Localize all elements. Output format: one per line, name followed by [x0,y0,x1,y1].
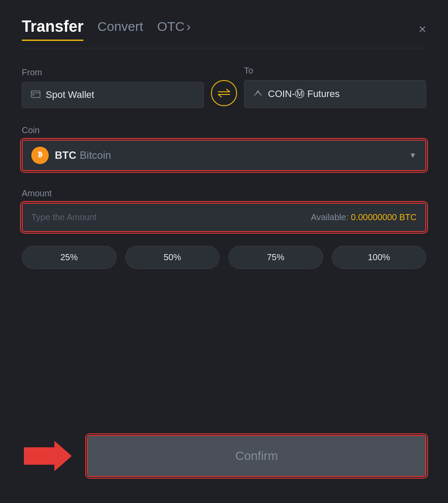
to-section: To COIN-Ⓜ Futures [244,66,426,108]
swap-button[interactable] [211,80,237,106]
futures-icon [253,89,263,100]
btc-icon [31,147,49,164]
header-tabs: Transfer Convert OTC › × [22,17,426,41]
from-label: From [22,67,204,77]
confirm-button[interactable]: Confirm [87,435,426,477]
amount-placeholder: Type the Amount [31,212,97,222]
pct-50-button[interactable]: 50% [125,246,220,269]
available-text: Available: 0.00000000 BTC [311,212,417,222]
coin-label: Coin [22,125,40,135]
header-divider [22,48,426,48]
amount-label: Amount [22,188,52,198]
svg-rect-2 [32,94,34,95]
to-label: To [244,66,426,76]
amount-section: Amount Type the Amount Available: 0.0000… [22,188,426,232]
tab-convert[interactable]: Convert [97,19,143,39]
pct-100-button[interactable]: 100% [332,246,427,269]
pct-75-button[interactable]: 75% [228,246,323,269]
card-icon [31,90,40,100]
svg-rect-0 [31,91,40,97]
confirm-row: Confirm [22,435,426,477]
tab-transfer[interactable]: Transfer [22,17,84,41]
transfer-modal: Transfer Convert OTC › × From Spot Walle… [0,0,448,503]
from-section: From Spot Wallet [22,67,204,108]
coin-selector[interactable]: BTC Bitcoin ▼ [22,140,426,171]
from-wallet-selector[interactable]: Spot Wallet [22,82,204,108]
coin-section: Coin BTC Bitcoin ▼ [22,125,426,171]
to-wallet-name: COIN-Ⓜ Futures [268,87,340,101]
tab-otc[interactable]: OTC › [157,19,191,39]
arrow-right-icon [24,439,72,473]
percentage-row: 25% 50% 75% 100% [22,246,426,269]
svg-marker-3 [24,441,72,471]
available-amount: 0.00000000 BTC [351,212,417,222]
to-wallet-selector[interactable]: COIN-Ⓜ Futures [244,80,426,108]
coin-full-name: Bitcoin [80,149,111,161]
from-wallet-name: Spot Wallet [46,89,94,101]
pct-25-button[interactable]: 25% [22,246,117,269]
from-to-row: From Spot Wallet To [22,66,426,108]
amount-box: Type the Amount Available: 0.00000000 BT… [22,203,426,232]
chevron-right-icon: › [186,19,191,34]
close-button[interactable]: × [418,23,426,36]
coin-symbol: BTC [55,149,76,161]
arrow-indicator [22,439,74,473]
chevron-down-icon: ▼ [409,151,417,160]
